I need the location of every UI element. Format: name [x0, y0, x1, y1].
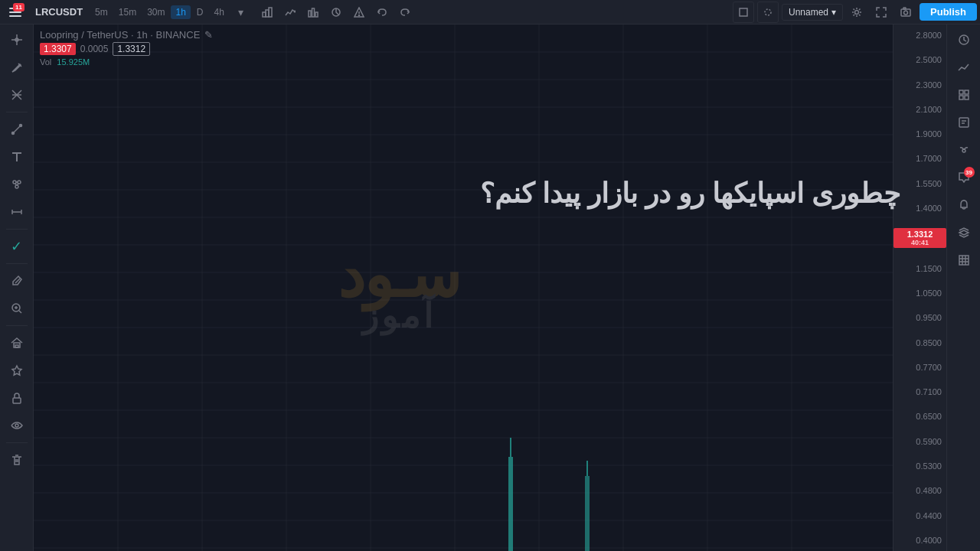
volume-row: Vol 15.925M	[40, 57, 213, 67]
price-level-1550: 1.5500	[893, 179, 946, 188]
pencil-tool[interactable]	[5, 55, 29, 80]
chart-header: Loopring / TetherUS · 1h · BINANCE ✎ 1.3…	[40, 29, 213, 67]
price-level-1900: 1.9000	[893, 129, 946, 139]
price-row: 1.3307 0.0005 1.3312	[40, 42, 213, 56]
indicators-icon[interactable]	[279, 2, 301, 23]
layers-sidebar-btn[interactable]	[952, 220, 976, 245]
svg-rect-88	[959, 118, 969, 127]
svg-point-15	[855, 10, 859, 14]
edit-icon[interactable]: ✎	[204, 29, 213, 41]
tf-15m[interactable]: 15m	[114, 5, 141, 19]
indicator-sidebar-btn[interactable]	[952, 55, 976, 80]
signal-sidebar-btn[interactable]	[952, 138, 976, 162]
eraser-tool[interactable]	[5, 269, 29, 293]
grid-settings-btn[interactable]	[952, 248, 976, 272]
home-tool[interactable]	[5, 331, 29, 355]
left-toolbar: ✓	[0, 24, 34, 551]
price-level-0850: 0.8500	[893, 338, 946, 347]
price-level-1050: 1.0500	[893, 289, 946, 298]
eye-tool[interactable]	[5, 413, 29, 438]
pattern-tool[interactable]	[5, 172, 29, 197]
price-level-0650: 0.6500	[893, 412, 946, 421]
compare-icon[interactable]	[256, 2, 278, 23]
svg-point-28	[13, 181, 16, 184]
price-level-0590: 0.5900	[893, 437, 946, 446]
tf-5m[interactable]: 5m	[90, 5, 113, 19]
price-close: 1.3312	[113, 42, 150, 56]
bar-chart-icon[interactable]	[302, 2, 324, 23]
price-level-0770: 0.7700	[893, 363, 946, 372]
menu-badge: 11	[13, 3, 24, 11]
redo-icon[interactable]	[394, 2, 416, 23]
price-level-1700: 1.7000	[893, 154, 946, 163]
fullscreen-preview-btn[interactable]	[733, 2, 754, 23]
svg-rect-8	[312, 8, 314, 17]
alert-icon[interactable]	[348, 2, 370, 23]
svg-rect-2	[9, 15, 21, 17]
svg-rect-1	[9, 11, 21, 13]
svg-point-45	[15, 424, 18, 427]
tf-dropdown-btn[interactable]: ▾	[230, 2, 252, 23]
svg-rect-13	[740, 8, 747, 16]
svg-rect-9	[315, 12, 318, 17]
line-chart-icon[interactable]	[325, 2, 347, 23]
chart-title: Loopring / TetherUS · 1h · BINANCE ✎	[40, 29, 213, 41]
measure-tool[interactable]	[5, 200, 29, 224]
topbar: 11 LRCUSDT 5m 15m 30m 1h D 4h ▾	[0, 0, 980, 24]
chat-sidebar-btn[interactable]: 39	[952, 165, 976, 190]
layout-btn[interactable]	[757, 2, 779, 23]
svg-rect-18	[903, 8, 906, 9]
current-price-label: 1.3312 40:41	[893, 228, 946, 248]
settings-icon[interactable]	[846, 2, 867, 23]
svg-rect-44	[13, 398, 21, 403]
price-level-0480: 0.4800	[893, 486, 946, 495]
svg-point-30	[15, 185, 18, 188]
price-level-0950: 0.9500	[893, 313, 946, 322]
draw-tool[interactable]	[5, 117, 29, 142]
lock-tool[interactable]	[5, 386, 29, 410]
svg-point-29	[18, 181, 21, 184]
crosshair-tool[interactable]	[5, 28, 29, 52]
svg-rect-5	[269, 8, 272, 17]
svg-point-91	[962, 149, 965, 152]
svg-point-26	[11, 132, 14, 135]
price-level-0400: 0.4000	[893, 536, 946, 545]
price-change: 0.0005	[80, 44, 109, 54]
bell-sidebar-btn[interactable]	[952, 193, 976, 217]
topbar-chart-icons	[256, 2, 416, 23]
symbol-label[interactable]: LRCUSDT	[29, 6, 89, 18]
watchlist-tool[interactable]	[5, 358, 29, 383]
tf-4h[interactable]: 4h	[210, 5, 229, 19]
properties-sidebar-btn[interactable]	[952, 83, 976, 107]
tf-D[interactable]: D	[192, 5, 208, 19]
price-level-0710: 0.7100	[893, 387, 946, 396]
snapshot-label[interactable]: Unnamed ▾	[782, 4, 843, 21]
svg-rect-80	[585, 476, 590, 551]
price-open: 1.3307	[40, 43, 76, 55]
confirm-tool[interactable]: ✓	[5, 234, 29, 259]
svg-rect-86	[959, 96, 963, 99]
svg-rect-85	[965, 90, 969, 94]
chart-area[interactable]: Loopring / TetherUS · 1h · BINANCE ✎ 1.3…	[34, 24, 946, 551]
publish-button[interactable]: Publish	[920, 3, 977, 21]
tf-1h[interactable]: 1h	[171, 5, 190, 19]
svg-line-39	[19, 311, 21, 313]
watchlist-sidebar-btn[interactable]	[952, 28, 976, 52]
screenshot-icon[interactable]	[895, 2, 916, 23]
price-level-1400: 1.4000	[893, 204, 946, 213]
svg-rect-84	[959, 90, 963, 94]
price-level-2100: 2.1000	[893, 105, 946, 114]
line-tool[interactable]	[5, 83, 29, 107]
tf-30m[interactable]: 30m	[142, 5, 169, 19]
notes-sidebar-btn[interactable]	[952, 110, 976, 135]
text-tool[interactable]	[5, 145, 29, 169]
price-level-2800: 2.8000	[893, 31, 946, 40]
trash-tool[interactable]	[5, 448, 29, 472]
undo-icon[interactable]	[371, 2, 393, 23]
zoom-tool[interactable]	[5, 296, 29, 321]
menu-button[interactable]: 11	[3, 0, 28, 24]
fullscreen-icon[interactable]	[871, 2, 892, 23]
svg-rect-97	[959, 256, 969, 265]
price-level-1150: 1.1500	[893, 264, 946, 273]
svg-point-12	[358, 15, 359, 15]
